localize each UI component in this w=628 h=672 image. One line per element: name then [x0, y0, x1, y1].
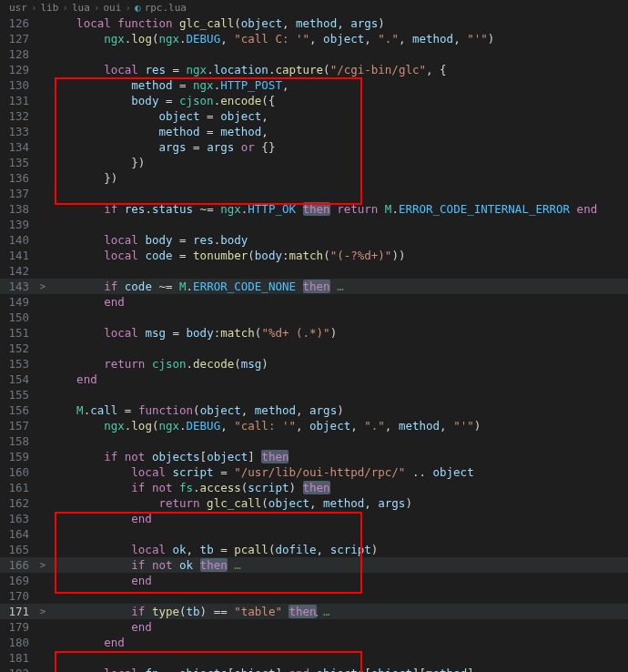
code-line[interactable]: 165 local ok, tb = pcall(dofile, script): [0, 542, 628, 557]
code-line[interactable]: 131 body = cjson.encode({: [0, 93, 628, 108]
code-content[interactable]: if not fs.access(script) then: [49, 480, 628, 495]
code-line[interactable]: 126 local function glc_call(object, meth…: [0, 15, 628, 31]
keyword-then-highlighted: then: [303, 202, 330, 216]
token-id: objects: [317, 667, 365, 672]
code-line[interactable]: 164: [0, 526, 628, 542]
code-content[interactable]: if type(tb) == "table" then …: [49, 604, 628, 619]
code-line[interactable]: 128: [0, 46, 628, 62]
code-line[interactable]: 179 end: [0, 619, 628, 635]
code-line[interactable]: 138 if res.status ~= ngx.HTTP_OK then re…: [0, 201, 628, 217]
code-line[interactable]: 140 local body = res.body: [0, 232, 628, 248]
code-line[interactable]: 171> if type(tb) == "table" then …: [0, 604, 628, 619]
code-line[interactable]: 137: [0, 186, 628, 201]
code-line[interactable]: 129 local res = ngx.location.capture("/c…: [0, 62, 628, 77]
keyword-then-highlighted: then: [261, 450, 289, 463]
code-line[interactable]: 134 args = args or {}: [0, 139, 628, 155]
code-content[interactable]: if not objects[object] then: [49, 449, 628, 464]
token-str: ".": [364, 419, 385, 433]
code-line[interactable]: 139: [0, 217, 628, 232]
code-line[interactable]: 153 return cjson.decode(msg): [0, 356, 628, 372]
fold-indicator[interactable]: >: [36, 604, 49, 619]
code-content[interactable]: body = cjson.encode({: [49, 93, 628, 108]
code-content[interactable]: local fn = objects[object] and objects[o…: [49, 666, 628, 672]
code-line[interactable]: 143> if code ~= M.ERROR_CODE_NONE then …: [0, 279, 628, 294]
code-line[interactable]: 156 M.call = function(object, method, ar…: [0, 402, 628, 418]
token-id: method: [220, 125, 261, 138]
token-id: fn: [145, 667, 158, 672]
code-content[interactable]: }): [49, 170, 628, 186]
code-line[interactable]: 130 method = ngx.HTTP_POST,: [0, 77, 628, 93]
code-content[interactable]: }): [49, 155, 628, 170]
code-content[interactable]: end: [49, 294, 628, 310]
code-line[interactable]: 159 if not objects[object] then: [0, 449, 628, 464]
code-line[interactable]: 127 ngx.log(ngx.DEBUG, "call C: '", obje…: [0, 31, 628, 46]
code-line[interactable]: 152: [0, 341, 628, 356]
code-content[interactable]: args = args or {}: [49, 139, 628, 155]
line-number: 170: [0, 588, 36, 604]
token-id: script: [330, 543, 371, 556]
token-id: args: [378, 496, 405, 510]
code-content[interactable]: if not ok then …: [49, 557, 628, 573]
code-content[interactable]: ngx.log(ngx.DEBUG, "call: '", object, ".…: [49, 418, 628, 433]
code-line[interactable]: 155: [0, 387, 628, 402]
code-content[interactable]: object = object,: [49, 108, 628, 124]
breadcrumb-part[interactable]: lua: [72, 2, 90, 14]
code-content[interactable]: end: [49, 573, 628, 588]
code-editor[interactable]: 126 local function glc_call(object, meth…: [0, 15, 628, 672]
code-line[interactable]: 151 local msg = body:match("%d+ (.*)"): [0, 325, 628, 341]
code-content[interactable]: end: [49, 619, 628, 635]
code-content[interactable]: local function glc_call(object, method, …: [49, 15, 628, 31]
code-content[interactable]: local res = ngx.location.capture("/cgi-b…: [49, 62, 628, 77]
code-content[interactable]: M.call = function(object, method, args): [49, 402, 628, 418]
code-line[interactable]: 149 end: [0, 294, 628, 310]
token-op: =: [220, 465, 228, 479]
code-line[interactable]: 162 return glc_call(object, method, args…: [0, 495, 628, 511]
code-content[interactable]: if code ~= M.ERROR_CODE_NONE then …: [49, 279, 628, 294]
code-content[interactable]: ngx.log(ngx.DEBUG, "call C: '", object, …: [49, 31, 628, 46]
code-content[interactable]: return glc_call(object, method, args): [49, 495, 628, 511]
code-line[interactable]: 133 method = method,: [0, 124, 628, 139]
code-line[interactable]: 135 }): [0, 155, 628, 170]
code-line[interactable]: 142: [0, 263, 628, 279]
code-line[interactable]: 180 end: [0, 635, 628, 650]
code-line[interactable]: 160 local script = "/usr/lib/oui-httpd/r…: [0, 464, 628, 480]
code-line[interactable]: 141 local code = tonumber(body:match("(-…: [0, 248, 628, 263]
code-line[interactable]: 170: [0, 588, 628, 604]
code-line[interactable]: 158: [0, 433, 628, 449]
breadcrumb-file[interactable]: rpc.lua: [145, 2, 187, 14]
breadcrumb-part[interactable]: usr: [9, 2, 27, 14]
code-content[interactable]: local body = res.body: [49, 232, 628, 248]
token-op: =: [166, 667, 173, 672]
code-line[interactable]: 169 end: [0, 573, 628, 588]
breadcrumb-part[interactable]: oui: [104, 2, 122, 14]
fold-indicator[interactable]: >: [36, 557, 49, 573]
token-punc: ,: [385, 419, 399, 433]
code-content[interactable]: local code = tonumber(body:match("(-?%d+…: [49, 248, 628, 263]
token-str: "%d+ (.*)": [261, 326, 329, 340]
code-line[interactable]: 163 end: [0, 511, 628, 526]
code-content[interactable]: local script = "/usr/lib/oui-httpd/rpc/"…: [49, 464, 628, 480]
code-line[interactable]: 182 local fn = objects[object] and objec…: [0, 666, 628, 672]
code-line[interactable]: 161 if not fs.access(script) then: [0, 480, 628, 495]
code-line[interactable]: 132 object = object,: [0, 108, 628, 124]
code-content[interactable]: end: [49, 511, 628, 526]
code-line[interactable]: 157 ngx.log(ngx.DEBUG, "call: '", object…: [0, 418, 628, 433]
code-content[interactable]: end: [49, 372, 628, 387]
code-content[interactable]: end: [49, 635, 628, 650]
token-id: method: [412, 32, 453, 46]
code-content[interactable]: local ok, tb = pcall(dofile, script): [49, 542, 628, 557]
code-content[interactable]: if res.status ~= ngx.HTTP_OK then return…: [49, 201, 628, 217]
fold-indicator[interactable]: >: [36, 279, 49, 294]
code-content[interactable]: local msg = body:match("%d+ (.*)"): [49, 325, 628, 341]
token-punc: ): [330, 326, 338, 340]
code-line[interactable]: 166> if not ok then …: [0, 557, 628, 573]
code-content[interactable]: method = ngx.HTTP_POST,: [49, 77, 628, 93]
code-content[interactable]: method = method,: [49, 124, 628, 139]
code-content[interactable]: return cjson.decode(msg): [49, 356, 628, 372]
breadcrumb-part[interactable]: lib: [41, 2, 59, 14]
token-kw: and: [289, 667, 309, 672]
code-line[interactable]: 181: [0, 650, 628, 666]
code-line[interactable]: 150: [0, 310, 628, 325]
code-line[interactable]: 154 end: [0, 372, 628, 387]
code-line[interactable]: 136 }): [0, 170, 628, 186]
